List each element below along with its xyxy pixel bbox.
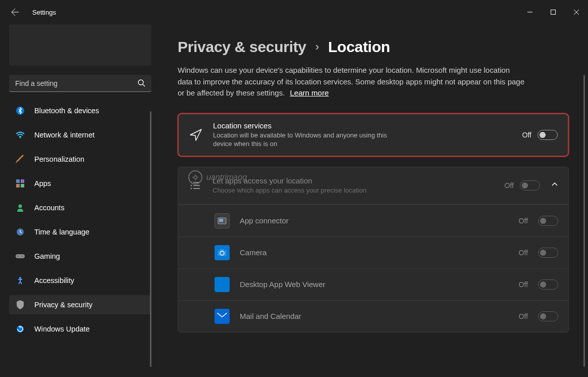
sidebar-item-label: Accessibility: [34, 276, 74, 285]
app-toggle[interactable]: [538, 216, 558, 226]
app-name-label: Desktop App Web Viewer: [240, 280, 509, 289]
breadcrumb-parent[interactable]: Privacy & security: [178, 38, 306, 56]
sidebar-item-accessibility[interactable]: Accessibility: [9, 271, 151, 290]
sidebar-scrollbar[interactable]: [150, 111, 151, 367]
desktop-viewer-icon: [215, 277, 230, 292]
shield-icon: [15, 300, 25, 310]
apps-icon: [15, 178, 25, 188]
window-controls: [518, 4, 588, 20]
minimize-button[interactable]: [518, 4, 542, 20]
sidebar-item-bluetooth[interactable]: Bluetooth & devices: [9, 101, 151, 120]
location-icon: [189, 128, 203, 142]
sidebar-item-apps[interactable]: Apps: [9, 174, 151, 193]
card-title: Location services: [213, 121, 512, 130]
search-input[interactable]: [9, 75, 151, 92]
location-services-toggle[interactable]: [538, 130, 558, 140]
svg-rect-17: [193, 182, 200, 183]
svg-rect-4: [16, 179, 20, 183]
app-name-label: Mail and Calendar: [240, 312, 509, 320]
wifi-icon: [15, 130, 25, 140]
toggle-state-label: Off: [519, 217, 528, 225]
location-services-card[interactable]: Location services Location will be avail…: [178, 113, 569, 157]
clock-icon: [15, 227, 25, 237]
svg-rect-10: [16, 254, 25, 258]
svg-point-3: [20, 137, 21, 138]
svg-point-18: [191, 185, 192, 186]
page-description: Windows can use your device's capabiliti…: [178, 65, 526, 99]
card-subtitle: Choose which apps can access your precis…: [212, 186, 394, 195]
svg-point-12: [22, 256, 23, 257]
mail-icon: [215, 309, 230, 324]
svg-rect-5: [21, 179, 24, 183]
svg-rect-23: [219, 219, 223, 222]
sidebar-item-label: Apps: [34, 179, 51, 187]
sidebar-item-privacy-security[interactable]: Privacy & security: [9, 295, 151, 314]
titlebar: Settings: [0, 0, 588, 24]
chevron-up-icon[interactable]: [551, 181, 558, 190]
svg-rect-6: [16, 184, 20, 187]
app-access-section: uantrimang Let apps access your location…: [178, 167, 569, 333]
sidebar-item-label: Bluetooth & devices: [34, 107, 99, 115]
main-content: Privacy & security › Location Windows ca…: [156, 24, 588, 377]
sidebar-item-label: Accounts: [34, 204, 65, 212]
sidebar-item-label: Time & language: [34, 228, 89, 236]
card-title: Let apps access your location: [212, 176, 495, 185]
app-name-label: Camera: [240, 248, 509, 257]
app-access-header[interactable]: uantrimang Let apps access your location…: [178, 167, 568, 205]
user-block[interactable]: [9, 24, 151, 66]
update-icon: [15, 324, 25, 334]
svg-point-20: [191, 188, 192, 190]
app-toggle[interactable]: [538, 248, 558, 258]
app-access-toggle[interactable]: [520, 180, 540, 191]
camera-icon: [215, 245, 230, 260]
svg-point-11: [18, 256, 19, 257]
sidebar-item-network[interactable]: Network & internet: [9, 125, 151, 145]
back-button[interactable]: [10, 7, 20, 17]
list-icon: [188, 180, 202, 191]
toggle-state-label: Off: [519, 312, 528, 320]
sidebar-item-label: Windows Update: [34, 325, 90, 333]
brush-icon: [15, 154, 25, 164]
sidebar-item-time-language[interactable]: Time & language: [9, 222, 151, 242]
main-scrollbar[interactable]: [583, 75, 585, 367]
bluetooth-icon: [15, 106, 25, 116]
sidebar-item-windows-update[interactable]: Windows Update: [9, 319, 151, 339]
svg-rect-0: [551, 10, 556, 15]
search-icon: [137, 79, 145, 89]
sidebar-item-personalization[interactable]: Personalization: [9, 150, 151, 169]
toggle-state-label: Off: [505, 181, 514, 190]
svg-point-1: [138, 80, 143, 85]
maximize-button[interactable]: [542, 4, 565, 20]
breadcrumb: Privacy & security › Location: [178, 38, 569, 56]
svg-point-16: [191, 182, 192, 183]
svg-rect-26: [220, 249, 224, 251]
svg-point-8: [19, 205, 22, 208]
svg-point-15: [194, 176, 197, 179]
app-row-mail-calendar[interactable]: Mail and Calendar Off: [178, 300, 568, 332]
app-row-app-connector[interactable]: App connector Off: [178, 205, 568, 237]
sidebar-nav: Bluetooth & devices Network & internet P…: [9, 101, 151, 377]
gamepad-icon: [15, 251, 25, 261]
svg-point-13: [19, 277, 21, 279]
toggle-state-label: Off: [522, 131, 531, 139]
app-row-camera[interactable]: Camera Off: [178, 237, 568, 268]
chevron-right-icon: ›: [315, 40, 319, 54]
sidebar-item-accounts[interactable]: Accounts: [9, 198, 151, 217]
app-title: Settings: [32, 9, 56, 16]
toggle-state-label: Off: [519, 280, 528, 289]
app-connector-icon: [215, 213, 230, 228]
close-button[interactable]: [565, 4, 588, 20]
sidebar-item-label: Personalization: [34, 155, 84, 163]
svg-rect-21: [193, 188, 200, 189]
sidebar-item-gaming[interactable]: Gaming: [9, 247, 151, 266]
sidebar-item-label: Privacy & security: [34, 301, 92, 309]
sidebar-item-label: Network & internet: [34, 131, 94, 139]
app-row-desktop-viewer[interactable]: Desktop App Web Viewer Off: [178, 268, 568, 300]
app-toggle[interactable]: [538, 311, 558, 321]
learn-more-link[interactable]: Learn more: [290, 88, 329, 97]
app-name-label: App connector: [240, 216, 509, 225]
accessibility-icon: [15, 275, 25, 286]
person-icon: [15, 203, 25, 213]
breadcrumb-current: Location: [328, 38, 390, 56]
app-toggle[interactable]: [538, 279, 558, 290]
